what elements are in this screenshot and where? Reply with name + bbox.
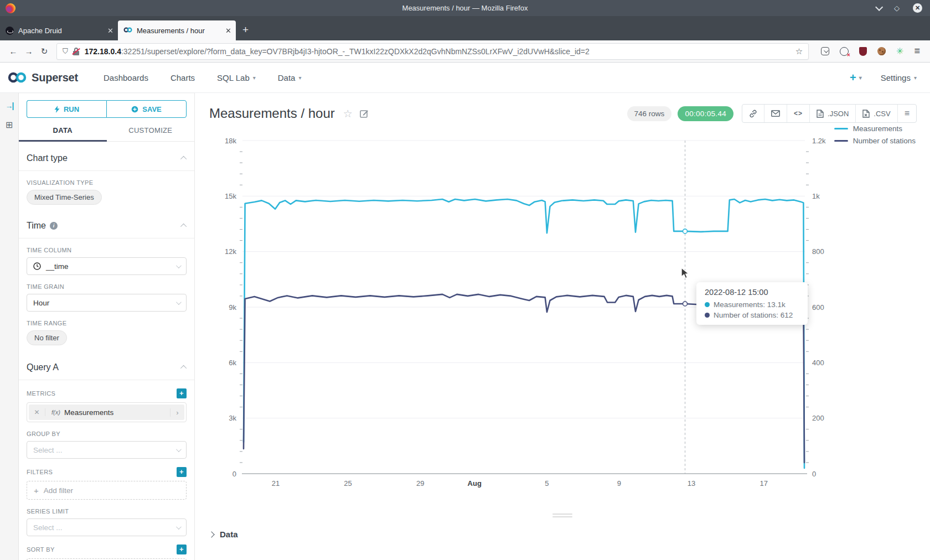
collapse-icon (180, 365, 187, 371)
legend-item[interactable]: Measurements (834, 125, 916, 133)
link-icon (749, 110, 757, 118)
svg-text:18k: 18k (225, 137, 236, 145)
insecure-lock-icon[interactable] (73, 48, 80, 55)
new-tab-button[interactable]: + (242, 24, 249, 36)
export-json-button[interactable]: .JSON (809, 105, 855, 122)
viz-type-pill[interactable]: Mixed Time-Series (27, 190, 102, 205)
edit-properties-icon[interactable] (360, 109, 369, 118)
chevron-right-icon[interactable]: › (170, 408, 184, 417)
save-button[interactable]: SAVE (106, 100, 187, 118)
export-csv-button[interactable]: .CSV (855, 105, 897, 122)
ublock-icon[interactable] (859, 47, 867, 56)
legend-item[interactable]: Number of stations (834, 137, 916, 145)
add-filter-plus-button[interactable]: + (177, 467, 187, 477)
settings-menu[interactable]: Settings▾ (881, 73, 917, 82)
tab-data[interactable]: DATA (19, 126, 107, 141)
section-chart-type[interactable]: Chart type (27, 142, 187, 170)
time-range-pill[interactable]: No filter (27, 330, 67, 345)
close-icon[interactable]: ✕ (913, 3, 922, 13)
control-panel: RUN SAVE DATA CUSTOMIZE Chart type VISUA… (19, 93, 195, 560)
tab-measurements-hour[interactable]: Measurements / hour ✕ (118, 20, 236, 40)
expand-panel-icon[interactable]: →| (6, 101, 13, 110)
cookie-extension-icon[interactable] (877, 47, 886, 55)
back-button[interactable]: ← (6, 46, 21, 56)
series-dot (705, 313, 710, 318)
chart-tooltip: 2022-08-12 15:00 Measurements: 13.1kNumb… (696, 282, 808, 325)
svg-text:15k: 15k (225, 192, 236, 200)
caret-down-icon: ▾ (298, 75, 301, 81)
svg-text:29: 29 (416, 479, 424, 488)
svg-text:0: 0 (232, 470, 236, 478)
bookmark-star-icon[interactable]: ☆ (795, 46, 803, 56)
forward-button[interactable]: → (21, 46, 37, 56)
time-column-select[interactable]: __time (27, 257, 187, 275)
group-by-label: GROUP BY (27, 431, 187, 437)
section-time[interactable]: Time i (27, 209, 187, 238)
menu-icon[interactable]: ≡ (914, 45, 920, 57)
chevron-down-icon (176, 299, 182, 305)
page-title: Measurements / hour (209, 106, 335, 121)
svg-text:600: 600 (812, 303, 824, 312)
nav-data[interactable]: Data▾ (278, 73, 302, 82)
svg-text:1k: 1k (812, 192, 820, 200)
embed-code-button[interactable]: <> (787, 105, 809, 122)
metric-chip[interactable]: ✕ f(x) Measurements › (29, 405, 184, 420)
chevron-down-icon (176, 524, 182, 530)
nav-sql-lab[interactable]: SQL Lab▾ (217, 73, 256, 82)
svg-text:400: 400 (812, 359, 824, 367)
tooltip-series-value: Measurements: 13.1k (714, 300, 786, 309)
url-domain: 172.18.0.4 (85, 47, 121, 56)
time-grain-select[interactable]: Hour (27, 294, 187, 312)
row-count-badge: 746 rows (627, 106, 672, 121)
tab-close-icon[interactable]: ✕ (107, 27, 113, 35)
favorite-star-icon[interactable]: ☆ (343, 107, 353, 120)
add-sort-metric-plus-button[interactable]: + (177, 545, 187, 554)
chart-legend[interactable]: MeasurementsNumber of stations (834, 125, 916, 145)
series-limit-select[interactable]: Select ... (27, 518, 187, 536)
tab-customize[interactable]: CUSTOMIZE (107, 126, 195, 141)
new-plus-menu[interactable]: +▾ (850, 71, 862, 84)
minimize-icon[interactable] (875, 3, 883, 11)
copy-link-button[interactable] (742, 105, 764, 122)
series-dot (705, 302, 710, 307)
add-metric-plus-button[interactable]: + (177, 388, 187, 398)
group-by-select[interactable]: Select ... (27, 441, 187, 459)
chart-main-area: Measurements / hour ☆ 746 rows 00:00:05.… (195, 93, 930, 560)
extension-asterisk-icon[interactable]: ✳ (896, 46, 903, 56)
dataset-grid-icon[interactable]: ⊞ (6, 120, 13, 130)
tracking-shield-icon[interactable]: ⛉ (63, 47, 68, 56)
add-filter-box[interactable]: +Add filter (27, 481, 187, 500)
reload-button[interactable]: ↻ (37, 46, 52, 56)
window-titlebar: Measurements / hour — Mozilla Firefox ◇ … (0, 0, 930, 16)
superset-navbar: Superset Dashboards Charts SQL Lab▾ Data… (0, 63, 930, 93)
time-range-label: TIME RANGE (27, 320, 187, 326)
account-icon[interactable] (840, 47, 849, 56)
email-button[interactable] (764, 105, 787, 122)
mouse-cursor (681, 267, 691, 279)
pocket-icon[interactable] (821, 47, 829, 55)
address-bar[interactable]: ⛉ 172.18.0.4 :32251/superset/explore/?fo… (56, 43, 809, 60)
nav-charts[interactable]: Charts (170, 73, 195, 82)
chart-canvas[interactable]: 03k6k9k12k15k18k02004006008001k1.2k21252… (195, 119, 930, 506)
tooltip-series-row: Number of stations: 612 (705, 311, 808, 319)
more-options-button[interactable]: ≡ (897, 105, 916, 122)
maximize-icon[interactable]: ◇ (894, 4, 900, 12)
time-column-label: TIME COLUMN (27, 247, 187, 253)
info-icon: i (50, 222, 58, 230)
remove-metric-icon[interactable]: ✕ (29, 408, 45, 416)
query-duration-badge: 00:00:05.44 (678, 106, 733, 121)
hamburger-icon: ≡ (905, 108, 910, 118)
superset-logo[interactable]: Superset (0, 71, 78, 84)
metric-control: ✕ f(x) Measurements › (27, 402, 187, 422)
bolt-icon (54, 106, 60, 113)
file-x-icon (862, 110, 870, 118)
section-query-a[interactable]: Query A (27, 351, 187, 380)
caret-down-icon: ▾ (914, 75, 917, 81)
data-panel-toggle[interactable]: Data (209, 530, 238, 539)
tab-apache-druid[interactable]: Apache Druid ✕ (0, 20, 118, 40)
panel-resize-handle[interactable] (552, 514, 572, 517)
tab-close-icon[interactable]: ✕ (225, 27, 231, 35)
run-button[interactable]: RUN (27, 100, 106, 118)
tooltip-series-value: Number of stations: 612 (714, 311, 793, 319)
nav-dashboards[interactable]: Dashboards (104, 73, 148, 82)
